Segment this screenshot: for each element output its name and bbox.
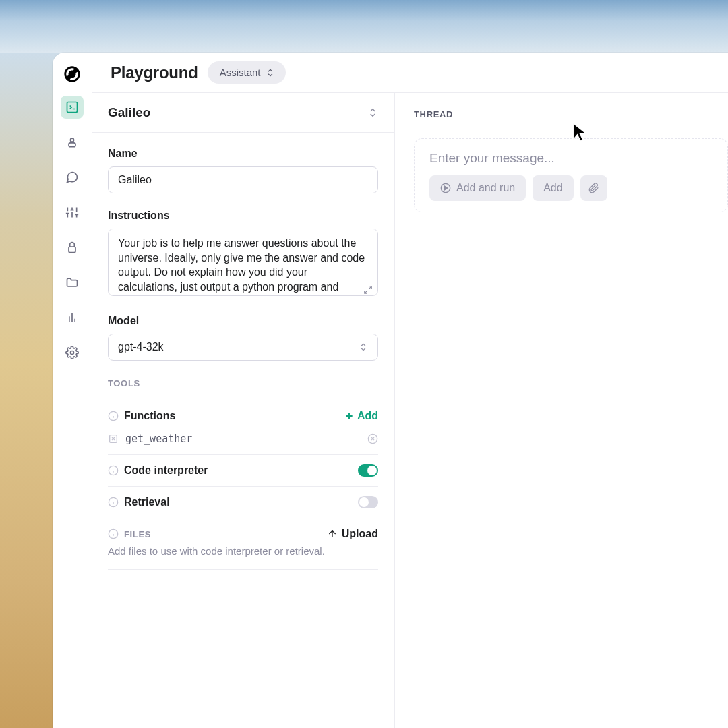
model-label: Model [108,315,378,327]
tools-section-label: TOOLS [108,378,140,388]
nav-files-icon[interactable] [61,271,84,294]
files-hint: Add files to use with code interpreter o… [108,545,378,557]
plus-icon [344,411,355,421]
add-button-label: Add [543,182,562,194]
divider [108,569,378,570]
chevron-up-down-icon[interactable] [367,107,378,118]
add-label: Add [357,410,378,422]
nav-tune-icon[interactable] [61,201,84,224]
thread-panel: THREAD Enter your message... Add and run… [395,93,728,728]
run-icon [440,183,451,193]
svg-rect-3 [69,247,75,252]
page-title: Playground [111,63,198,82]
svg-point-4 [70,351,73,355]
delete-function-icon[interactable] [367,433,378,444]
add-button[interactable]: Add [533,175,573,201]
attach-button[interactable] [580,175,607,201]
function-name: get_weather [125,433,192,445]
paperclip-icon [588,183,599,193]
model-value: gpt-4-32k [118,341,164,353]
svg-rect-2 [69,143,75,147]
nav-rail [53,53,92,728]
function-item: get_weather [108,431,378,455]
add-function-button[interactable]: Add [344,410,378,422]
upload-label: Upload [342,528,378,540]
code-interpreter-toggle[interactable] [358,464,378,477]
retrieval-label: Retrieval [124,496,170,508]
mode-selector-label: Assistant [220,67,261,78]
retrieval-toggle[interactable] [358,496,378,508]
add-and-run-button[interactable]: Add and run [429,175,526,201]
assistant-picker-title: Galileo [108,105,150,120]
info-icon [108,465,119,476]
app-window: Playground Assistant Galileo Name [53,53,728,728]
upload-button[interactable]: Upload [327,528,378,540]
nav-settings-icon[interactable] [61,341,84,364]
mode-selector[interactable]: Assistant [208,61,286,84]
thread-section-label: THREAD [414,109,728,119]
upload-icon [327,528,338,539]
sky [0,0,728,53]
info-icon [108,411,119,421]
nav-playground-icon[interactable] [61,96,84,119]
name-input[interactable] [108,166,378,193]
nav-usage-icon[interactable] [61,306,84,329]
nav-chat-icon[interactable] [61,166,84,189]
instructions-input[interactable] [108,229,378,296]
chevron-up-down-icon [266,68,275,78]
desktop-background: Playground Assistant Galileo Name [0,0,728,728]
info-icon [108,528,119,539]
info-icon [108,497,119,508]
assistant-settings-panel: Galileo Name Instructions [92,93,395,728]
chevron-up-down-icon [359,342,368,352]
expand-icon[interactable] [363,285,373,295]
functions-label: Functions [124,410,175,422]
model-select[interactable]: gpt-4-32k [108,334,378,361]
function-icon [108,433,119,444]
name-label: Name [108,148,378,160]
add-and-run-label: Add and run [456,182,515,194]
files-section-label: FILES [124,529,151,539]
nav-assistants-icon[interactable] [61,131,84,154]
instructions-label: Instructions [108,210,378,222]
svg-point-1 [70,138,73,142]
nav-keys-icon[interactable] [61,236,84,259]
openai-logo-icon [63,65,82,84]
message-composer: Enter your message... Add and run Add [414,138,728,212]
topbar: Playground Assistant [92,53,728,93]
code-interpreter-label: Code interpreter [124,464,208,477]
message-input[interactable]: Enter your message... [429,151,712,166]
